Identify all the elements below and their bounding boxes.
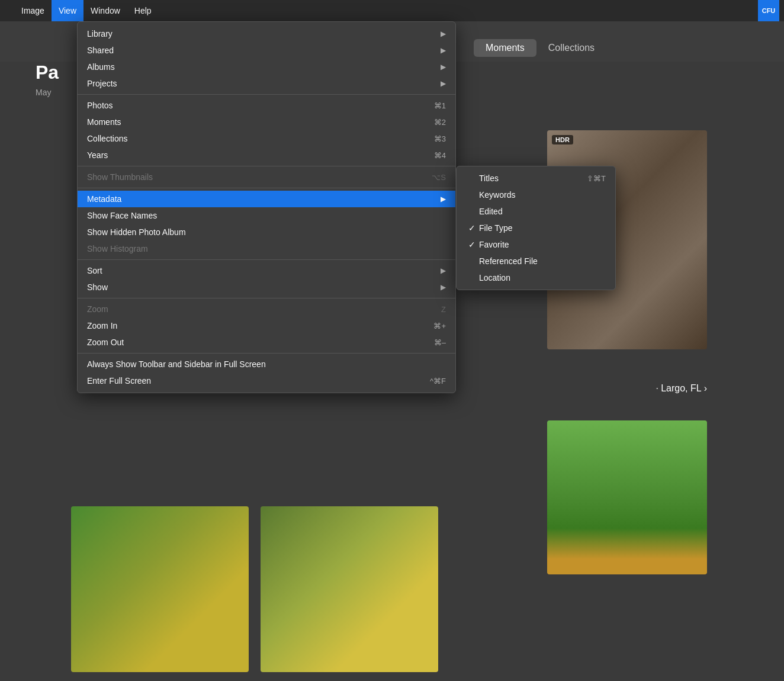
menu-item-years[interactable]: Years ⌘4 bbox=[78, 147, 455, 163]
menu-item-metadata-arrow: ▶ bbox=[441, 195, 446, 203]
menu-item-zoom-out-shortcut: ⌘– bbox=[434, 338, 446, 347]
submenu-edited-label: Edited bbox=[479, 207, 503, 216]
submenu-favorite-check: ✓ bbox=[468, 240, 478, 249]
menu-item-shared-label: Shared bbox=[87, 46, 114, 55]
submenu-item-file-type-content: ✓ File Type bbox=[468, 223, 513, 233]
menu-item-projects[interactable]: Projects ▶ bbox=[78, 75, 455, 92]
menu-item-always-show[interactable]: Always Show Toolbar and Sidebar in Full … bbox=[78, 356, 455, 372]
menu-item-show-thumbnails-shortcut: ⌥S bbox=[432, 173, 446, 182]
tab-collections[interactable]: Collections bbox=[536, 39, 606, 57]
menu-item-collections-label: Collections bbox=[87, 134, 127, 143]
menu-item-sort-label: Sort bbox=[87, 266, 102, 275]
menu-item-shared[interactable]: Shared ▶ bbox=[78, 42, 455, 59]
menubar-apple[interactable] bbox=[0, 0, 14, 21]
submenu-item-edited[interactable]: Edited bbox=[457, 203, 615, 220]
menu-item-zoom-shortcut: Z bbox=[441, 305, 446, 314]
menu-item-zoom-out[interactable]: Zoom Out ⌘– bbox=[78, 334, 455, 351]
menu-item-sort[interactable]: Sort ▶ bbox=[78, 262, 455, 279]
separator-2 bbox=[78, 166, 455, 166]
menu-item-enter-fullscreen-shortcut: ^⌘F bbox=[430, 377, 446, 386]
location-label: Largo, FL bbox=[661, 383, 701, 394]
submenu-item-referenced-file[interactable]: Referenced File bbox=[457, 253, 615, 269]
menu-item-enter-fullscreen[interactable]: Enter Full Screen ^⌘F bbox=[78, 372, 455, 389]
menu-item-zoom: Zoom Z bbox=[78, 301, 455, 317]
submenu-item-favorite[interactable]: ✓ Favorite bbox=[457, 236, 615, 253]
separator-4 bbox=[78, 259, 455, 260]
menu-item-zoom-in-shortcut: ⌘+ bbox=[433, 322, 446, 330]
menu-item-shared-arrow: ▶ bbox=[441, 46, 446, 54]
location-chevron: › bbox=[704, 383, 707, 394]
submenu-edited-check bbox=[468, 207, 478, 216]
menu-item-albums[interactable]: Albums ▶ bbox=[78, 59, 455, 75]
menu-item-show-face-names-label: Show Face Names bbox=[87, 211, 157, 220]
separator-3 bbox=[78, 188, 455, 188]
menu-item-collections-shortcut: ⌘3 bbox=[434, 134, 446, 143]
submenu-item-location-content: Location bbox=[468, 273, 510, 282]
menu-item-library-label: Library bbox=[87, 29, 113, 38]
metadata-submenu: Titles ⇧⌘T Keywords Edited ✓ File Type ✓… bbox=[456, 166, 616, 290]
menu-item-photos-shortcut: ⌘1 bbox=[434, 101, 446, 110]
menu-item-moments-label: Moments bbox=[87, 117, 121, 127]
tab-moments[interactable]: Moments bbox=[474, 39, 536, 57]
menu-item-show-thumbnails: Show Thumbnails ⌥S bbox=[78, 169, 455, 185]
menubar-right: CFU bbox=[758, 0, 784, 21]
submenu-file-type-label: File Type bbox=[479, 223, 513, 233]
submenu-item-file-type[interactable]: ✓ File Type bbox=[457, 220, 615, 236]
flower-photo-2 bbox=[261, 506, 438, 672]
view-dropdown-menu: Library ▶ Shared ▶ Albums ▶ Projects ▶ P… bbox=[77, 21, 456, 393]
menu-item-show[interactable]: Show ▶ bbox=[78, 279, 455, 295]
menu-item-photos[interactable]: Photos ⌘1 bbox=[78, 97, 455, 114]
submenu-item-keywords[interactable]: Keywords bbox=[457, 187, 615, 203]
menu-item-projects-arrow: ▶ bbox=[441, 79, 446, 88]
menu-item-show-label: Show bbox=[87, 282, 108, 292]
menu-item-zoom-in[interactable]: Zoom In ⌘+ bbox=[78, 317, 455, 334]
submenu-favorite-label: Favorite bbox=[479, 240, 509, 249]
menu-item-years-shortcut: ⌘4 bbox=[434, 151, 446, 160]
menu-item-albums-arrow: ▶ bbox=[441, 63, 446, 71]
location-dot: · bbox=[656, 382, 658, 394]
sys-icon: CFU bbox=[758, 0, 779, 21]
page-subtitle: May bbox=[36, 88, 51, 97]
submenu-referenced-file-check bbox=[468, 256, 478, 266]
menu-item-zoom-out-label: Zoom Out bbox=[87, 338, 124, 347]
menu-item-zoom-in-label: Zoom In bbox=[87, 321, 117, 330]
menu-item-library-arrow: ▶ bbox=[441, 30, 446, 38]
submenu-keywords-check bbox=[468, 190, 478, 200]
submenu-item-referenced-file-content: Referenced File bbox=[468, 256, 538, 266]
menu-item-show-arrow: ▶ bbox=[441, 283, 446, 291]
menu-item-albums-label: Albums bbox=[87, 62, 115, 72]
menu-item-library[interactable]: Library ▶ bbox=[78, 25, 455, 42]
menubar-image[interactable]: Image bbox=[14, 0, 52, 21]
submenu-titles-shortcut: ⇧⌘T bbox=[587, 174, 606, 183]
submenu-location-label: Location bbox=[479, 273, 510, 282]
menu-item-show-face-names[interactable]: Show Face Names bbox=[78, 207, 455, 224]
page-title: Pa bbox=[36, 62, 59, 83]
menu-item-metadata[interactable]: Metadata ▶ bbox=[78, 191, 455, 207]
menu-item-moments[interactable]: Moments ⌘2 bbox=[78, 114, 455, 130]
menu-item-projects-label: Projects bbox=[87, 79, 117, 88]
submenu-item-titles[interactable]: Titles ⇧⌘T bbox=[457, 170, 615, 187]
menu-item-show-histogram-label: Show Histogram bbox=[87, 244, 148, 253]
menubar: Image View Window Help CFU bbox=[0, 0, 784, 21]
menubar-view[interactable]: View bbox=[52, 0, 83, 21]
menu-item-zoom-label: Zoom bbox=[87, 304, 108, 314]
menu-item-always-show-label: Always Show Toolbar and Sidebar in Full … bbox=[87, 359, 266, 369]
menu-item-photos-label: Photos bbox=[87, 101, 113, 110]
submenu-item-location[interactable]: Location bbox=[457, 269, 615, 286]
submenu-file-type-check: ✓ bbox=[468, 223, 478, 233]
submenu-item-titles-content: Titles bbox=[468, 174, 499, 183]
menu-item-years-label: Years bbox=[87, 150, 108, 160]
hdr-badge: HDR bbox=[552, 135, 573, 144]
submenu-keywords-label: Keywords bbox=[479, 190, 515, 200]
separator-1 bbox=[78, 94, 455, 95]
menubar-window[interactable]: Window bbox=[83, 0, 127, 21]
submenu-item-edited-content: Edited bbox=[468, 207, 503, 216]
menu-item-collections[interactable]: Collections ⌘3 bbox=[78, 130, 455, 147]
menu-item-sort-arrow: ▶ bbox=[441, 266, 446, 275]
submenu-referenced-file-label: Referenced File bbox=[479, 256, 538, 266]
menu-item-show-hidden[interactable]: Show Hidden Photo Album bbox=[78, 224, 455, 240]
menu-item-enter-fullscreen-label: Enter Full Screen bbox=[87, 376, 151, 386]
submenu-titles-label: Titles bbox=[479, 174, 499, 183]
menubar-help[interactable]: Help bbox=[127, 0, 159, 21]
menu-item-show-hidden-label: Show Hidden Photo Album bbox=[87, 227, 186, 237]
